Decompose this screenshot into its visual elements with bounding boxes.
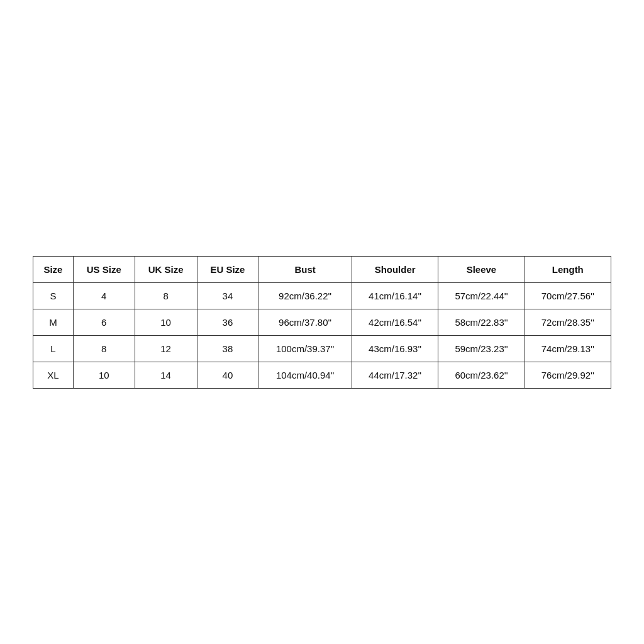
table-cell-2-2: 12 xyxy=(135,335,197,362)
table-cell-1-0: M xyxy=(33,309,74,335)
table-cell-2-6: 59cm/23.23'' xyxy=(438,335,525,362)
column-header-uk-size: UK Size xyxy=(135,256,197,282)
table-cell-1-4: 96cm/37.80'' xyxy=(258,309,352,335)
table-row: M6103696cm/37.80''42cm/16.54''58cm/22.83… xyxy=(33,309,611,335)
table-cell-0-6: 57cm/22.44'' xyxy=(438,282,525,309)
size-chart-container: SizeUS SizeUK SizeEU SizeBustShoulderSle… xyxy=(33,256,611,389)
table-cell-0-4: 92cm/36.22'' xyxy=(258,282,352,309)
table-header-row: SizeUS SizeUK SizeEU SizeBustShoulderSle… xyxy=(33,256,611,282)
column-header-sleeve: Sleeve xyxy=(438,256,525,282)
table-cell-1-7: 72cm/28.35'' xyxy=(525,309,611,335)
table-cell-3-2: 14 xyxy=(135,362,197,388)
column-header-eu-size: EU Size xyxy=(197,256,258,282)
column-header-us-size: US Size xyxy=(73,256,135,282)
table-cell-3-3: 40 xyxy=(197,362,258,388)
table-row: L81238100cm/39.37''43cm/16.93''59cm/23.2… xyxy=(33,335,611,362)
table-cell-0-1: 4 xyxy=(73,282,135,309)
table-cell-1-6: 58cm/22.83'' xyxy=(438,309,525,335)
column-header-length: Length xyxy=(525,256,611,282)
table-cell-3-0: XL xyxy=(33,362,74,388)
column-header-size: Size xyxy=(33,256,74,282)
table-row: XL101440104cm/40.94''44cm/17.32''60cm/23… xyxy=(33,362,611,388)
table-row: S483492cm/36.22''41cm/16.14''57cm/22.44'… xyxy=(33,282,611,309)
table-cell-3-6: 60cm/23.62'' xyxy=(438,362,525,388)
table-cell-3-1: 10 xyxy=(73,362,135,388)
table-cell-1-5: 42cm/16.54'' xyxy=(352,309,438,335)
table-cell-2-7: 74cm/29.13'' xyxy=(525,335,611,362)
table-cell-0-2: 8 xyxy=(135,282,197,309)
table-cell-1-3: 36 xyxy=(197,309,258,335)
size-chart-table: SizeUS SizeUK SizeEU SizeBustShoulderSle… xyxy=(33,256,611,389)
table-cell-0-0: S xyxy=(33,282,74,309)
table-cell-2-4: 100cm/39.37'' xyxy=(258,335,352,362)
table-cell-1-1: 6 xyxy=(73,309,135,335)
table-cell-2-0: L xyxy=(33,335,74,362)
table-cell-2-3: 38 xyxy=(197,335,258,362)
table-cell-0-3: 34 xyxy=(197,282,258,309)
column-header-shoulder: Shoulder xyxy=(352,256,438,282)
table-cell-2-1: 8 xyxy=(73,335,135,362)
column-header-bust: Bust xyxy=(258,256,352,282)
table-cell-3-7: 76cm/29.92'' xyxy=(525,362,611,388)
table-cell-3-4: 104cm/40.94'' xyxy=(258,362,352,388)
table-cell-2-5: 43cm/16.93'' xyxy=(352,335,438,362)
table-cell-0-5: 41cm/16.14'' xyxy=(352,282,438,309)
table-cell-0-7: 70cm/27.56'' xyxy=(525,282,611,309)
table-cell-3-5: 44cm/17.32'' xyxy=(352,362,438,388)
table-cell-1-2: 10 xyxy=(135,309,197,335)
